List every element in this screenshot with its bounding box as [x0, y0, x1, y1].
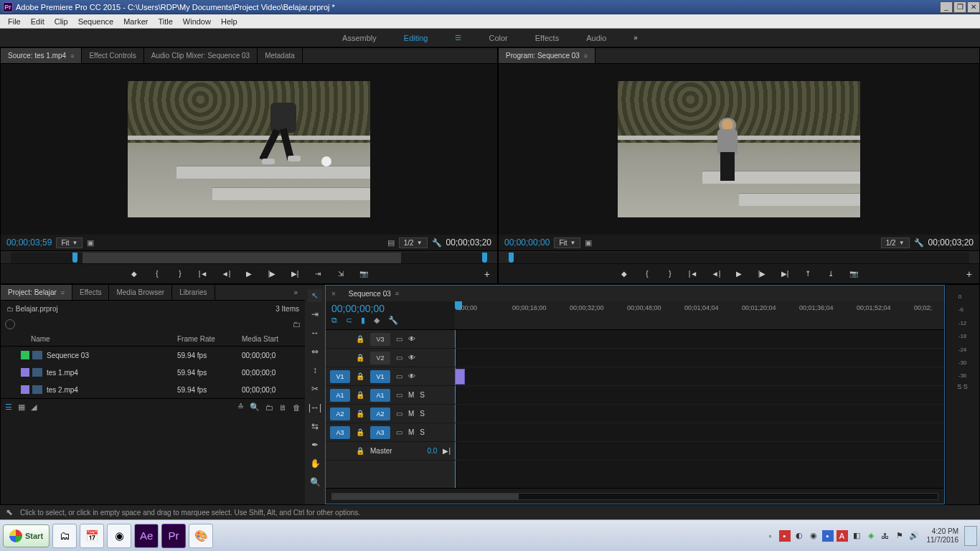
col-mediastart[interactable]: Media Start	[242, 335, 305, 343]
timeline-zoom-scroll[interactable]	[331, 493, 938, 500]
tab-program[interactable]: Program: Sequence 03≡	[499, 48, 595, 63]
taskbar-chrome-icon[interactable]: ◉	[107, 524, 131, 548]
add-marker-button[interactable]: ◆	[618, 268, 631, 280]
eye-icon[interactable]: 👁	[408, 354, 415, 362]
new-bin-icon[interactable]: 🗀	[265, 403, 273, 412]
track-label[interactable]: V3	[370, 333, 390, 346]
menu-clip[interactable]: Clip	[50, 17, 73, 26]
taskbar-calendar-icon[interactable]: 📅	[80, 524, 104, 548]
source-patch[interactable]: A1	[330, 389, 350, 402]
mute-button[interactable]: M	[408, 410, 414, 418]
timeline-tracks[interactable]	[455, 330, 944, 488]
button-editor-icon[interactable]: +	[484, 268, 490, 280]
slip-tool[interactable]: |↔|	[308, 401, 322, 414]
track-label[interactable]: A1	[370, 389, 390, 402]
track-a1[interactable]: A1🔒A1▭MS	[326, 386, 455, 405]
go-to-next-icon[interactable]: ▶|	[443, 447, 451, 455]
step-back-button[interactable]: ◄|	[710, 268, 722, 280]
overwrite-button[interactable]: ⇲	[334, 268, 347, 280]
mute-button[interactable]: M	[408, 391, 414, 399]
panel-overflow-icon[interactable]: »	[286, 285, 305, 300]
sync-lock-icon[interactable]: ▭	[396, 428, 402, 436]
mute-button[interactable]: M	[408, 428, 414, 436]
play-button[interactable]: ▶	[242, 268, 255, 280]
safe-margins-icon[interactable]: ▣	[585, 238, 592, 248]
zoom-slider[interactable]: ◢	[31, 402, 37, 412]
source-patch[interactable]: A2	[330, 408, 350, 420]
sync-lock-icon[interactable]: ▭	[396, 335, 402, 343]
new-item-icon[interactable]: 🗎	[279, 403, 287, 412]
solo-button[interactable]: S	[420, 428, 425, 436]
go-in-button[interactable]: |◄	[687, 268, 699, 280]
button-editor-icon[interactable]: +	[966, 268, 972, 280]
zoom-tool[interactable]: 🔍	[308, 476, 322, 489]
menu-marker[interactable]: Marker	[118, 17, 153, 26]
delete-icon[interactable]: 🗑	[293, 403, 301, 412]
workspace-overflow-icon[interactable]: »	[632, 31, 639, 44]
mark-in-button[interactable]: {	[151, 268, 164, 280]
lock-icon[interactable]: 🔒	[356, 410, 364, 418]
track-label[interactable]: V2	[370, 352, 390, 364]
timeline-ruler[interactable]: ;00;00 00;00;16;00 00;00;32;00 00;00;48;…	[455, 301, 944, 329]
rolling-edit-tool[interactable]: ⇔	[308, 345, 322, 358]
linked-selection-icon[interactable]: ⊂	[346, 316, 352, 325]
step-fwd-button[interactable]: |▶	[755, 268, 768, 280]
tray-icon[interactable]: ▫	[765, 530, 776, 542]
track-v2[interactable]: 🔒V2▭👁	[326, 349, 455, 367]
workspace-menu-icon[interactable]: ☰	[453, 31, 463, 44]
track-a2[interactable]: A2🔒A2▭MS	[326, 405, 455, 423]
project-row[interactable]: Sequence 03 59.94 fps 00;00;00;0	[1, 347, 305, 364]
snap-icon[interactable]: ⧉	[331, 316, 337, 325]
solo-button[interactable]: S	[420, 410, 425, 418]
marker-icon[interactable]: ◆	[374, 316, 380, 325]
source-patch[interactable]: V1	[330, 370, 350, 383]
workspace-effects[interactable]: Effects	[534, 31, 560, 45]
export-frame-button[interactable]: 📷	[357, 268, 370, 280]
workspace-editing[interactable]: Editing	[402, 31, 430, 45]
find-icon[interactable]: 🔍	[250, 402, 260, 412]
show-desktop-button[interactable]	[964, 526, 977, 546]
source-res-select[interactable]: 1/2▼	[399, 237, 428, 248]
track-master[interactable]: 🔒Master0.0▶|	[326, 442, 455, 461]
source-ruler[interactable]	[1, 250, 497, 263]
menu-help[interactable]: Help	[216, 17, 242, 26]
extract-button[interactable]: ⤓	[824, 268, 837, 280]
track-a3[interactable]: A3🔒A3▭MS	[326, 423, 455, 442]
lock-icon[interactable]: 🔒	[356, 354, 364, 362]
tray-volume-icon[interactable]: 🔊	[908, 530, 920, 542]
track-v1[interactable]: V1🔒V1▭👁	[326, 367, 455, 386]
eye-icon[interactable]: 👁	[408, 335, 415, 343]
start-button[interactable]: Start	[3, 524, 50, 547]
mark-out-button[interactable]: }	[174, 268, 187, 280]
program-res-select[interactable]: 1/2▼	[881, 237, 910, 248]
maximize-button[interactable]: ❐	[953, 1, 966, 13]
sort-icon[interactable]: ≙	[237, 402, 244, 412]
menu-title[interactable]: Title	[153, 17, 177, 26]
sync-lock-icon[interactable]: ▭	[396, 391, 402, 399]
workspace-color[interactable]: Color	[487, 31, 509, 45]
lock-icon[interactable]: 🔒	[356, 335, 364, 343]
tab-libraries[interactable]: Libraries	[172, 285, 215, 300]
close-sequence-icon[interactable]: ×	[326, 290, 341, 298]
tab-effect-controls[interactable]: Effect Controls	[82, 48, 143, 63]
lock-icon[interactable]: 🔒	[356, 372, 364, 380]
program-zoom-select[interactable]: Fit▼	[554, 237, 580, 248]
minimize-button[interactable]: _	[940, 1, 953, 13]
project-row[interactable]: tes 1.mp4 59.94 fps 00;00;00;0	[1, 364, 305, 381]
lift-button[interactable]: ⤒	[801, 268, 814, 280]
panel-menu-icon[interactable]: ≡	[61, 289, 65, 296]
tray-icon[interactable]: ◉	[808, 530, 819, 542]
menu-edit[interactable]: Edit	[26, 17, 50, 26]
insert-button[interactable]: ⇥	[311, 268, 324, 280]
slide-tool[interactable]: ⇆	[308, 420, 322, 433]
tab-sequence[interactable]: Sequence 03≡	[341, 286, 406, 301]
source-patch[interactable]: A3	[330, 426, 350, 439]
list-view-icon[interactable]: ☰	[5, 402, 12, 412]
taskbar-explorer-icon[interactable]: 🗂	[52, 524, 77, 548]
step-fwd-button[interactable]: |▶	[265, 268, 278, 280]
panel-menu-icon[interactable]: ≡	[395, 290, 399, 297]
track-label[interactable]: V1	[370, 370, 390, 383]
menu-file[interactable]: File	[3, 17, 26, 26]
play-button[interactable]: ▶	[732, 268, 745, 280]
workspace-audio[interactable]: Audio	[585, 31, 608, 45]
